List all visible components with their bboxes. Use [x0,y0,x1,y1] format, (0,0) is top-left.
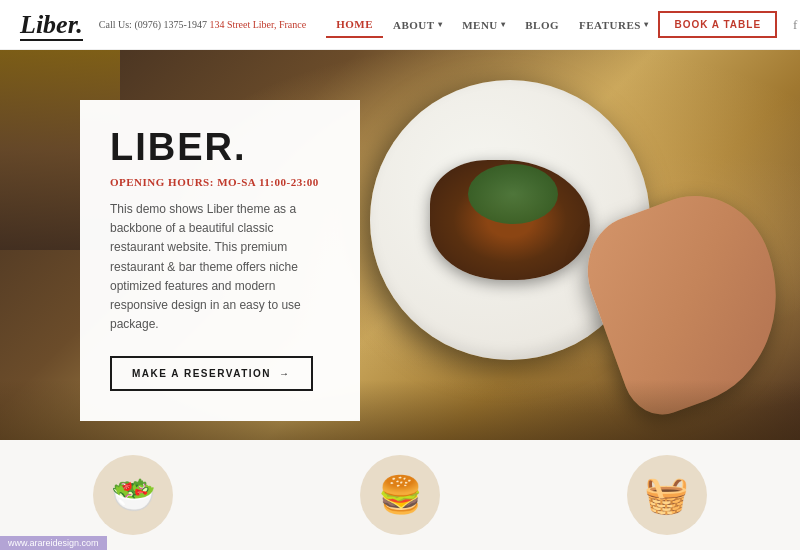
make-reservation-button[interactable]: MAKE A RESERVATION → [110,356,313,391]
food-image-3: 🧺 [627,455,707,535]
plate-garnish [468,164,558,224]
food-emoji-3: 🧺 [644,474,689,516]
hero-title: LIBER. [110,128,330,166]
arrow-icon: → [279,368,291,379]
facebook-icon[interactable]: f [793,17,797,33]
hero-section: LIBER. OPENING HOURS: MO-SA 11:00-23:00 … [0,50,800,440]
food-card-2: 🍔 [267,440,534,550]
header: Liber. Call Us: (0976) 1375-1947 134 Str… [0,0,800,50]
nav-item-about[interactable]: ABOUT ▾ [383,13,452,37]
hours-value: MO-SA 11:00-23:00 [217,176,319,188]
main-nav: HOME ABOUT ▾ MENU ▾ BLOG FEATURES ▾ [326,12,658,38]
nav-item-features[interactable]: FEATURES ▾ [569,13,658,37]
watermark: www.arareidesign.com [0,536,107,550]
header-contact: Call Us: (0976) 1375-1947 134 Street Lib… [99,19,306,30]
chevron-down-icon: ▾ [644,20,649,29]
food-emoji-1: 🥗 [111,474,156,516]
food-card-3: 🧺 [533,440,800,550]
hero-content-box: LIBER. OPENING HOURS: MO-SA 11:00-23:00 … [80,100,360,421]
reservation-label: MAKE A RESERVATION [132,368,271,379]
book-table-button[interactable]: BOOK A TABLE [658,11,777,38]
food-image-2: 🍔 [360,455,440,535]
food-cards-section: 🥗 🍔 🧺 www.arareidesign.com [0,440,800,550]
nav-item-home[interactable]: HOME [326,12,383,38]
logo[interactable]: Liber. [20,10,83,40]
hero-description: This demo shows Liber theme as a backbon… [110,200,330,334]
address-link[interactable]: 134 Street Liber, France [209,19,306,30]
hero-hours: OPENING HOURS: MO-SA 11:00-23:00 [110,176,330,188]
social-links: f t p 𝔦 [793,17,800,33]
logo-text: Liber. [20,10,83,41]
food-card-1: 🥗 [0,440,267,550]
chevron-down-icon: ▾ [501,20,506,29]
chevron-down-icon: ▾ [438,20,443,29]
phone-number: Call Us: (0976) 1375-1947 [99,19,207,30]
food-image-1: 🥗 [93,455,173,535]
food-emoji-2: 🍔 [378,474,423,516]
hours-label: OPENING HOURS: [110,176,214,188]
nav-item-blog[interactable]: BLOG [515,13,569,37]
nav-item-menu[interactable]: MENU ▾ [452,13,515,37]
